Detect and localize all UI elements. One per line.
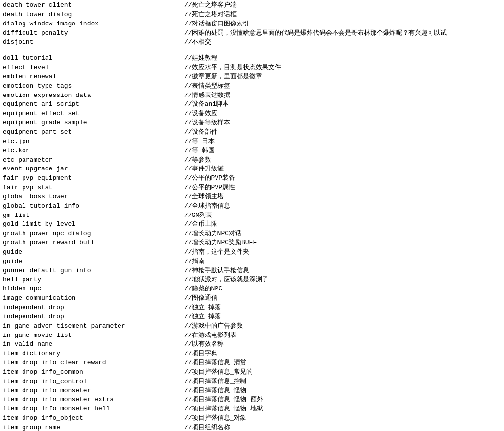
comment-cell: //全球指南信息 [183,202,502,211]
comment-cell: //在游戏电影列表 [183,331,502,340]
key-cell: item group name [2,423,183,431]
key-cell: etc.jpn [2,137,183,146]
comment-cell: //GM列表 [183,211,502,220]
key-cell: equipment ani script [2,100,183,109]
key-cell: death tower client [2,1,183,10]
key-cell: item drop info_monseter_hell [2,405,183,414]
list-item: gunner default gun info //神枪手默认手枪信息 [2,266,502,276]
key-cell: item drop info_clear reward [2,359,183,368]
list-item: growth power npc dialog //增长动力NPC对话 [2,229,502,239]
list-item: item drop info_object //项目掉落信息_对象 [2,414,502,423]
list-item: event upgrade jar //事件升级罐 [2,165,502,174]
list-item: guide //指南 [2,257,502,266]
comment-cell: //情感表达数据 [183,91,502,100]
comment-cell: //项目掉落信息_怪物 [183,386,502,396]
key-cell: equipment grade sample [2,119,183,128]
blank-row [2,47,502,54]
comment-cell: //公平的PVP属性 [183,183,502,192]
comment-cell: //独立_掉落 [183,303,502,312]
list-item: in valid name //以有效名称 [2,340,502,349]
key-cell: in valid name [2,340,183,349]
key-cell: disjoint [2,38,183,47]
key-cell: doll tutorial [2,54,183,63]
key-cell: emoticon type tags [2,82,183,91]
comment-cell: //项目字典 [183,349,502,359]
comment-cell: //全球领主塔 [183,192,502,202]
list-item: item drop info_monseter_extra //项目掉落信息_怪… [2,395,502,405]
list-item: etc parameter //等参数 [2,156,502,165]
list-item: disjoint //不相交 [2,38,502,47]
key-cell: hidden npc [2,285,183,294]
list-item: death tower client //死亡之塔客户端 [2,1,502,10]
comment-cell: //以有效名称 [183,340,502,349]
key-cell: equipment effect set [2,109,183,119]
comment-cell: //死亡之塔客户端 [183,1,502,10]
comment-cell: //项目掉落信息_对象 [183,414,502,423]
key-cell: emblem renewal [2,72,183,82]
list-item: equipment effect set //设备效应 [2,109,502,119]
key-cell: global boss tower [2,192,183,202]
list-item: death tower dialog //死亡之塔对话框 [2,10,502,20]
key-cell: item drop info_common [2,368,183,377]
list-item: item drop info_control //项目掉落信息_控制 [2,377,502,386]
list-item: etc.kor //等_韩国 [2,146,502,156]
comment-cell: //设备效应 [183,109,502,119]
comment-cell: //效应水平，目测是状态效果文件 [183,63,502,72]
list-item: in game movie list //在游戏电影列表 [2,331,502,340]
comment-cell: //项目掉落信息_怪物_地狱 [183,405,502,414]
key-cell: fair pvp equipment [2,174,183,183]
comment-cell: //项目组织名称 [183,423,502,431]
key-cell: in game movie list [2,331,183,340]
comment-cell: //神枪手默认手枪信息 [183,266,502,276]
comment-cell: //娃娃教程 [183,54,502,63]
list-item: guide //指南，这个是文件夹 [2,248,502,257]
comment-cell: //独立_掉落 [183,312,502,322]
key-cell: event upgrade jar [2,165,183,174]
comment-cell: //指南，这个是文件夹 [183,248,502,257]
comment-cell: //地狱派对，应该就是深渊了 [183,275,502,285]
list-item: independent drop //独立_掉落 [2,312,502,322]
list-item: dialog window image index //对话框窗口图像索引 [2,20,502,29]
key-cell: effect level [2,63,183,72]
key-cell: independent drop [2,312,183,322]
list-item: emotion expression data //情感表达数据 [2,91,502,100]
list-item: equipment grade sample //设备等级样本 [2,119,502,128]
key-cell: item drop info_monseter [2,386,183,396]
key-cell: etc.kor [2,146,183,156]
list-item: global boss tower //全球领主塔 [2,192,502,202]
list-item: doll tutorial //娃娃教程 [2,54,502,63]
list-item: gm list //GM列表 [2,211,502,220]
list-item: item drop info_clear reward //项目掉落信息_清赏 [2,359,502,368]
list-item: fair pvp stat //公平的PVP属性 [2,183,502,192]
list-item: effect level //效应水平，目测是状态效果文件 [2,63,502,72]
list-item: fair pvp equipment //公平的PVP装备 [2,174,502,183]
comment-cell: //徽章更新，里面都是徽章 [183,72,502,82]
list-item: item drop info_monseter //项目掉落信息_怪物 [2,386,502,396]
comment-cell: //事件升级罐 [183,165,502,174]
list-item: difficult penalty //困难的处罚，没懂啥意思里面的代码是爆炸代… [2,29,502,38]
list-item: in game adver tisement parameter //游戏中的广… [2,322,502,331]
comment-cell: //游戏中的广告参数 [183,322,502,331]
comment-cell: //项目掉落信息_控制 [183,377,502,386]
comment-cell: //死亡之塔对话框 [183,10,502,20]
list-item: gold limit by level //金币上限 [2,220,502,229]
list-item: equipment part set //设备部件 [2,128,502,137]
key-cell: dialog window image index [2,20,183,29]
key-cell: hell party [2,275,183,285]
key-cell: item drop info_object [2,414,183,423]
list-item: hell party //地狱派对，应该就是深渊了 [2,275,502,285]
key-cell: in game adver tisement parameter [2,322,183,331]
list-item: emblem renewal //徽章更新，里面都是徽章 [2,72,502,82]
key-cell: gm list [2,211,183,220]
comment-cell: //增长动力NPC奖励BUFF [183,239,502,248]
list-item: growth power reward buff //增长动力NPC奖励BUFF [2,239,502,248]
key-cell: growth power reward buff [2,239,183,248]
comment-cell: //增长动力NPC对话 [183,229,502,239]
key-cell: death tower dialog [2,10,183,20]
comment-cell: //图像通信 [183,294,502,303]
key-cell: image communication [2,294,183,303]
key-cell: equipment part set [2,128,183,137]
key-cell: item drop info_control [2,377,183,386]
comment-cell: //项目掉落信息_怪物_额外 [183,395,502,405]
list-item: global tutorial info //全球指南信息 [2,202,502,211]
